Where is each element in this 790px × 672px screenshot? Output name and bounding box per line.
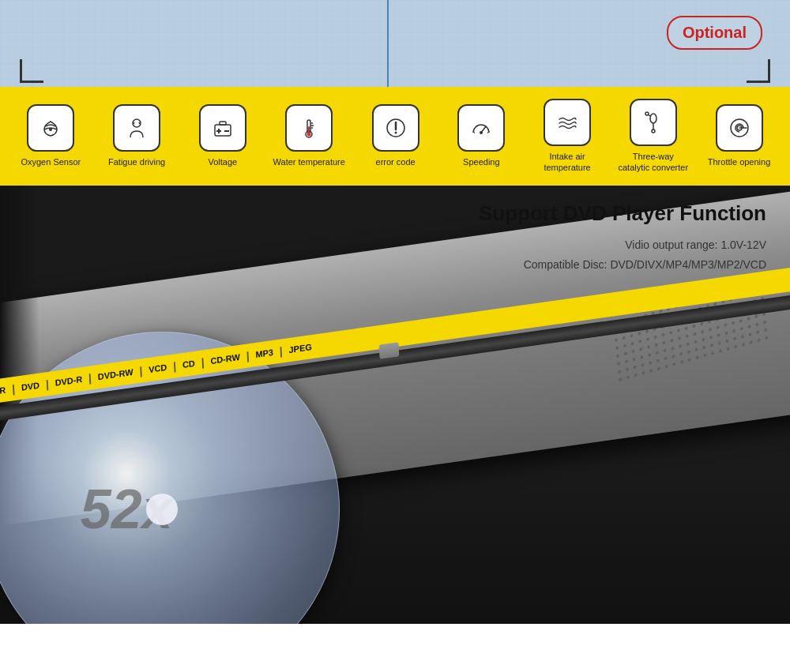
error-code-icon	[372, 104, 419, 152]
top-section: Optional	[0, 0, 790, 87]
catalytic-icon	[630, 99, 677, 146]
oxygen-sensor-icon	[27, 104, 74, 152]
strip-vcd: VCD	[149, 362, 167, 374]
throttle-label: Throttle opening	[708, 156, 771, 167]
strip-divider-1: |	[12, 381, 16, 395]
feature-throttle: Throttle opening	[704, 104, 775, 167]
error-code-label: error code	[376, 156, 416, 167]
strip-mp3: MP3	[255, 347, 273, 359]
svg-line-3	[139, 122, 140, 124]
dvd-text-overlay: Support DVD Player Function Vidio output…	[479, 201, 766, 275]
eject-button[interactable]	[379, 342, 400, 359]
strip-cdrw: CD-RW	[210, 351, 240, 365]
svg-point-27	[652, 130, 655, 133]
svg-rect-11	[308, 126, 310, 133]
intake-air-icon	[544, 99, 591, 146]
feature-water-temp: Water temperature	[273, 104, 345, 167]
svg-point-20	[480, 131, 483, 134]
svg-point-25	[650, 114, 656, 123]
speeding-icon	[457, 104, 505, 152]
strip-divider-4: |	[139, 364, 143, 377]
strip-divider-3: |	[88, 371, 92, 385]
strip-dvd: DVD	[21, 380, 40, 392]
strip-divider-8: |	[279, 344, 283, 358]
blueprint-background: Optional	[0, 0, 790, 87]
dvd-compatible-disc: Compatible Disc: DVD/DIVX/MP4/MP3/MP2/VC…	[479, 255, 766, 275]
strip-avr: AVR	[0, 385, 6, 396]
fatigue-driving-label: Fatigue driving	[108, 156, 165, 167]
voltage-label: Voltage	[208, 156, 237, 167]
strip-dvdrw: DVD-RW	[98, 366, 134, 381]
feature-intake-air: Intake air temperature	[532, 99, 603, 174]
speeding-label: Speeding	[463, 156, 500, 167]
strip-divider-6: |	[201, 355, 205, 369]
strip-divider-5: |	[173, 359, 177, 373]
svg-line-2	[134, 122, 134, 124]
intake-air-label: Intake air temperature	[544, 151, 590, 174]
catalytic-label: Three-way catalytic converter	[618, 151, 688, 174]
feature-catalytic: Three-way catalytic converter	[618, 99, 689, 174]
water-temp-icon	[285, 104, 333, 152]
corner-bracket-right	[747, 59, 770, 83]
strip-jpeg: JPEG	[288, 342, 312, 355]
oxygen-sensor-label: Oxygen Sensor	[21, 156, 81, 167]
throttle-icon	[716, 104, 763, 152]
voltage-icon	[199, 104, 246, 152]
svg-line-23	[476, 126, 477, 127]
svg-point-29	[645, 112, 649, 115]
strip-dvdr: DVD-R	[55, 374, 82, 388]
svg-point-18	[394, 132, 397, 134]
feature-fatigue-driving: Fatigue driving	[101, 104, 172, 167]
disc-center-hole	[146, 494, 178, 525]
vertical-divider	[387, 0, 389, 87]
dvd-section: // Generate grille dots document.current…	[0, 186, 790, 624]
svg-point-12	[307, 133, 311, 137]
strip-cd: CD	[182, 358, 195, 369]
optional-badge: Optional	[667, 16, 762, 50]
corner-bracket-left	[20, 59, 43, 83]
feature-voltage: Voltage	[187, 104, 258, 167]
feature-oxygen-sensor: Oxygen Sensor	[15, 104, 86, 167]
dvd-section-title: Support DVD Player Function	[479, 201, 766, 226]
water-temp-label: Water temperature	[273, 156, 345, 167]
strip-divider-7: |	[246, 349, 250, 362]
svg-line-24	[486, 126, 487, 127]
svg-point-0	[49, 128, 52, 131]
strip-divider-2: |	[45, 377, 49, 390]
fatigue-driving-icon	[113, 104, 160, 152]
features-strip: Oxygen Sensor Fatigue driving Voltage	[0, 87, 790, 186]
dvd-video-output: Vidio output range: 1.0V-12V	[479, 235, 766, 255]
feature-speeding: Speeding	[446, 104, 517, 167]
svg-rect-5	[220, 122, 226, 125]
feature-error-code: error code	[360, 104, 431, 167]
